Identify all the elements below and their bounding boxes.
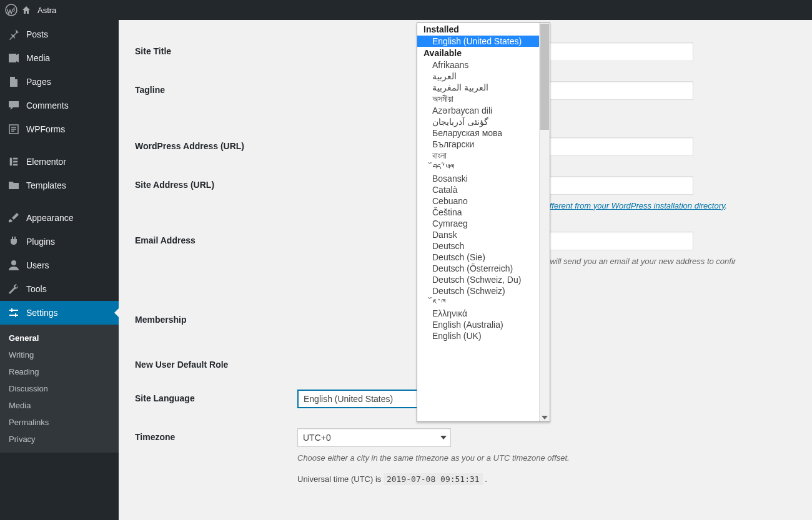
menu-label: Media bbox=[26, 53, 50, 63]
submenu-media[interactable]: Media bbox=[0, 397, 119, 414]
label-site-title: Site Title bbox=[135, 42, 297, 56]
menu-tools[interactable]: Tools bbox=[0, 277, 119, 301]
elementor-icon bbox=[7, 155, 20, 168]
language-option[interactable]: Bosanski bbox=[417, 173, 550, 184]
menu-label: Posts bbox=[26, 29, 48, 39]
svg-rect-2 bbox=[10, 158, 12, 166]
label-tagline: Tagline bbox=[135, 81, 297, 95]
submenu-permalinks[interactable]: Permalinks bbox=[0, 414, 119, 431]
language-option[interactable]: Deutsch (Österreich) bbox=[417, 263, 550, 274]
submenu-discussion[interactable]: Discussion bbox=[0, 380, 119, 397]
menu-settings[interactable]: Settings bbox=[0, 301, 119, 325]
brush-icon bbox=[7, 212, 20, 224]
language-option[interactable]: Беларуская мова bbox=[417, 127, 550, 139]
folder-icon bbox=[7, 179, 20, 192]
utc-time-value: 2019-07-08 09:51:31 bbox=[384, 473, 483, 485]
select-site-language[interactable]: English (United States) bbox=[297, 390, 432, 408]
content-area: Site Title Tagline his site is about. Wo… bbox=[119, 20, 812, 520]
language-option[interactable]: Cebuano bbox=[417, 195, 550, 207]
submenu-reading[interactable]: Reading bbox=[0, 363, 119, 380]
menu-pages[interactable]: Pages bbox=[0, 70, 119, 94]
optgroup-installed: Installed bbox=[417, 23, 550, 36]
listbox-scrollbar[interactable] bbox=[539, 23, 550, 421]
menu-label: Comments bbox=[26, 101, 69, 110]
language-option[interactable]: Български bbox=[417, 139, 550, 150]
scroll-down-icon bbox=[542, 416, 548, 419]
settings-submenu: General Writing Reading Discussion Media… bbox=[0, 325, 119, 453]
menu-label: Pages bbox=[26, 77, 51, 87]
menu-templates[interactable]: Templates bbox=[0, 174, 119, 197]
language-option[interactable]: Azərbaycan dili bbox=[417, 105, 550, 116]
menu-wpforms[interactable]: WPForms bbox=[0, 117, 119, 141]
sliders-icon bbox=[7, 307, 20, 319]
menu-elementor[interactable]: Elementor bbox=[0, 150, 119, 174]
svg-rect-3 bbox=[13, 158, 17, 160]
language-listbox[interactable]: InstalledEnglish (United States)Availabl… bbox=[417, 22, 550, 422]
language-option[interactable]: Deutsch (Schweiz) bbox=[417, 285, 550, 297]
svg-point-6 bbox=[11, 260, 16, 265]
menu-posts[interactable]: Posts bbox=[0, 22, 119, 46]
menu-media[interactable]: Media bbox=[0, 46, 119, 70]
language-option[interactable]: گؤنئی آذربایجان bbox=[417, 116, 550, 127]
menu-label: Settings bbox=[26, 308, 58, 318]
utc-suffix: . bbox=[485, 474, 487, 484]
svg-rect-5 bbox=[13, 164, 17, 166]
select-value: UTC+0 bbox=[303, 433, 331, 443]
language-option[interactable]: العربية المغربية bbox=[417, 82, 550, 93]
scrollbar-thumb[interactable] bbox=[540, 24, 549, 130]
topbar-site-name[interactable]: Astra bbox=[35, 6, 59, 15]
language-option[interactable]: Ελληνικά bbox=[417, 308, 550, 319]
wrench-icon bbox=[7, 283, 20, 295]
utc-label: Universal time (UTC) is bbox=[297, 474, 384, 484]
menu-comments[interactable]: Comments bbox=[0, 94, 119, 117]
submenu-privacy[interactable]: Privacy bbox=[0, 431, 119, 448]
submenu-writing[interactable]: Writing bbox=[0, 346, 119, 363]
select-timezone[interactable]: UTC+0 bbox=[297, 428, 451, 447]
comment-icon bbox=[7, 99, 20, 112]
label-site-url: Site Address (URL) bbox=[135, 176, 297, 190]
language-option[interactable]: অসমীয়া bbox=[417, 93, 550, 105]
menu-users[interactable]: Users bbox=[0, 253, 119, 277]
label-membership: Membership bbox=[135, 311, 297, 325]
language-option[interactable]: ཇོ་ཁ bbox=[417, 297, 550, 308]
menu-label: Plugins bbox=[26, 237, 55, 247]
language-option[interactable]: العربية bbox=[417, 71, 550, 82]
pin-icon bbox=[7, 28, 20, 41]
language-option[interactable]: Deutsch (Schweiz, Du) bbox=[417, 274, 550, 285]
language-option[interactable]: English (Australia) bbox=[417, 319, 550, 330]
label-new-user-role: New User Default Role bbox=[135, 356, 297, 370]
language-option[interactable]: English (UK) bbox=[417, 330, 550, 341]
menu-appearance[interactable]: Appearance bbox=[0, 206, 119, 230]
language-option[interactable]: Deutsch bbox=[417, 240, 550, 252]
chevron-down-icon bbox=[440, 436, 447, 439]
language-option[interactable]: বাংলা bbox=[417, 150, 550, 162]
label-site-language: Site Language bbox=[135, 390, 297, 403]
language-option[interactable]: Català bbox=[417, 184, 550, 195]
language-option[interactable]: Deutsch (Sie) bbox=[417, 252, 550, 263]
language-option[interactable]: Dansk bbox=[417, 229, 550, 240]
language-option[interactable]: བོད་ཡིག bbox=[417, 162, 550, 173]
plug-icon bbox=[7, 235, 20, 248]
admin-sidebar: Posts Media Pages Comments WPForms Eleme… bbox=[0, 20, 119, 520]
form-icon bbox=[7, 123, 20, 135]
label-timezone: Timezone bbox=[135, 428, 297, 442]
home-icon[interactable] bbox=[21, 5, 31, 15]
user-icon bbox=[7, 259, 20, 272]
language-option[interactable]: Afrikaans bbox=[417, 59, 550, 71]
wordpress-logo-icon[interactable] bbox=[5, 4, 17, 16]
optgroup-available: Available bbox=[417, 47, 550, 59]
page-icon bbox=[7, 76, 20, 88]
language-option[interactable]: English (United States) bbox=[417, 36, 550, 47]
language-option[interactable]: Čeština bbox=[417, 207, 550, 218]
menu-label: Appearance bbox=[26, 213, 74, 223]
select-value: English (United States) bbox=[304, 394, 393, 404]
menu-label: WPForms bbox=[26, 124, 65, 134]
label-email: Email Address bbox=[135, 232, 297, 245]
submenu-general[interactable]: General bbox=[0, 330, 119, 346]
desc-timezone: Choose either a city in the same timezon… bbox=[297, 452, 800, 464]
menu-label: Elementor bbox=[26, 157, 66, 167]
menu-label: Tools bbox=[26, 284, 47, 294]
language-option[interactable]: Cymraeg bbox=[417, 218, 550, 229]
menu-plugins[interactable]: Plugins bbox=[0, 230, 119, 253]
media-icon bbox=[7, 52, 20, 64]
